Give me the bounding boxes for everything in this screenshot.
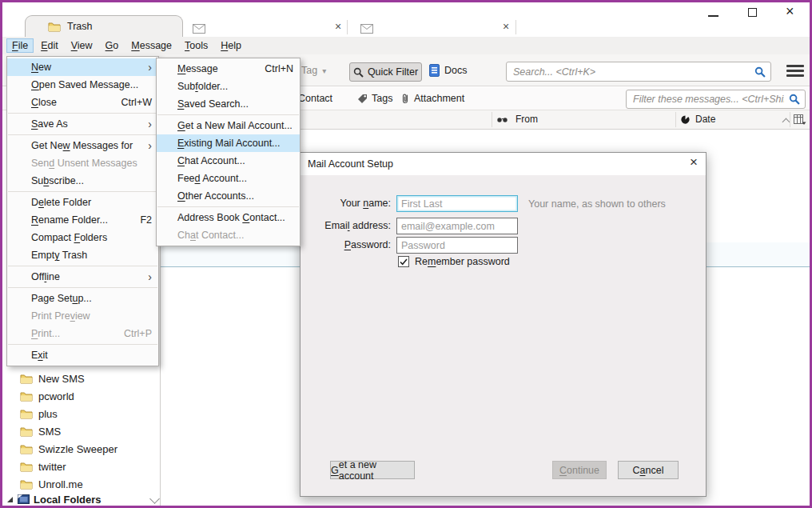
maximize-button[interactable] [748,8,757,17]
menu-item-offline[interactable]: Offline› [7,268,158,286]
menu-item-save-as[interactable]: Save As› [7,115,158,133]
menu-item-subscribe[interactable]: Subscribe... [7,172,158,190]
document-icon [429,64,440,77]
menu-item-chat-contact[interactable]: Chat Contact... [157,226,300,244]
menu-item-message[interactable]: MessageCtrl+N [157,60,300,78]
filter-contact-toggle[interactable]: Contact [298,93,332,104]
filter-attachment-toggle[interactable]: Attachment [400,93,464,104]
tab-mail-2[interactable] [193,20,205,38]
menu-item-new[interactable]: New› [7,58,158,76]
glasses-icon [496,117,510,123]
menu-item-compact-folders[interactable]: Compact Folders [7,229,158,246]
folder-row-swizzle-sweeper[interactable]: Swizzle Sweeper [2,440,154,458]
menu-item-saved-search[interactable]: Saved Search... [157,95,300,113]
menu-item-chat-account[interactable]: Chat Account... [157,152,300,170]
mail-icon [193,24,205,34]
menu-separator [8,113,157,114]
tab-close-icon[interactable]: × [335,21,341,32]
menu-message[interactable]: Message [125,38,177,53]
expander-icon[interactable] [6,496,14,503]
menu-item-exit[interactable]: Exit [7,346,158,364]
local-folders-label: Local Folders [34,494,102,506]
menu-edit[interactable]: Edit [35,38,64,53]
menu-tools[interactable]: Tools [179,38,213,53]
remember-password-checkbox[interactable]: Remember password [398,256,510,267]
search-input[interactable] [506,62,771,82]
remember-password-label: Remember password [415,256,510,267]
menu-item-print-preview[interactable]: Print Preview [7,307,158,325]
search-icon[interactable] [754,66,766,78]
paperclip-icon [400,93,410,104]
docs-button[interactable]: Docs [429,64,467,77]
folder-icon [48,22,61,32]
menu-item-open-saved-message[interactable]: Open Saved Message... [7,76,158,94]
menu-item-label: Existing Mail Account... [177,138,281,149]
menu-item-delete-folder[interactable]: Delete Folder [7,194,158,211]
menu-shortcut: Ctrl+P [109,328,152,339]
minimize-button[interactable] [708,15,718,17]
menu-item-label: Exit [31,350,48,361]
sidebar-item-local-folders[interactable]: Local Folders [2,491,102,507]
tab-close-icon[interactable]: × [503,21,509,32]
folder-label: Swizzle Sweeper [38,443,117,455]
folder-row-twitter[interactable]: twitter [2,458,154,475]
folder-label: twitter [38,461,66,473]
dialog-close-icon[interactable]: × [690,154,698,170]
menu-shortcut: Ctrl+N [250,63,293,74]
folder-row-plus[interactable]: plus [2,405,154,422]
menu-item-print[interactable]: Print...Ctrl+P [7,325,158,342]
global-search [506,62,771,82]
menu-item-empty-trash[interactable]: Empty Trash [7,246,158,264]
menu-file[interactable]: File [6,38,34,53]
folder-row-sms[interactable]: SMS [2,422,154,440]
search-icon [353,67,364,78]
menu-item-label: Get a New Mail Account... [177,120,293,131]
name-field[interactable] [396,195,518,212]
cancel-button[interactable]: Cancel [618,461,679,479]
password-field[interactable] [396,237,518,254]
folder-row-pcworld[interactable]: pcworld [2,387,154,405]
tags-label: Tags [372,93,392,104]
contact-label: Contact [298,93,332,104]
menu-item-subfolder[interactable]: Subfolder... [157,78,300,95]
folder-row-new-sms[interactable]: New SMS [2,370,154,387]
menu-item-other-accounts[interactable]: Other Accounts... [157,187,300,205]
filter-tags-toggle[interactable]: Tags [357,93,392,104]
menu-item-label: Address Book Contact... [177,212,285,223]
menu-item-label: Empty Trash [31,250,87,261]
menu-item-get-a-new-mail-account[interactable]: Get a New Mail Account... [157,117,300,134]
close-button[interactable]: × [786,2,794,22]
menu-help[interactable]: Help [215,38,247,53]
column-date[interactable]: Date [695,114,715,125]
menu-item-label: Send Unsent Messages [31,158,137,169]
menu-item-close[interactable]: CloseCtrl+W [7,94,158,111]
menu-view[interactable]: View [66,38,98,53]
column-picker-icon[interactable] [794,114,806,126]
tab-mail-3[interactable] [360,20,373,38]
menu-item-label: Save As [31,118,68,130]
tab-trash[interactable]: Trash [25,15,183,37]
menu-item-label: New [31,62,51,73]
scrollbar-down-icon[interactable] [149,494,160,504]
quick-filter-button[interactable]: Quick Filter [349,62,422,82]
menu-item-feed-account[interactable]: Feed Account... [157,170,300,187]
menu-go[interactable]: Go [100,38,125,53]
continue-button[interactable]: Continue [552,461,607,479]
menu-item-get-new-messages-for[interactable]: Get New Messages for› [7,137,158,154]
sort-ascending-icon [782,118,790,126]
get-new-account-button[interactable]: Get a new account [330,461,415,479]
menu-item-rename-folder[interactable]: Rename Folder...F2 [7,211,158,229]
app-menu-icon[interactable] [786,65,804,77]
tag-label: Tag [301,65,317,76]
menu-item-existing-mail-account[interactable]: Existing Mail Account... [157,134,300,152]
menu-item-address-book-contact[interactable]: Address Book Contact... [157,209,300,226]
email-field[interactable] [396,218,518,234]
menu-item-send-unsent-messages[interactable]: Send Unsent Messages [7,154,158,172]
folder-row-unroll-me[interactable]: Unroll.me [2,475,154,493]
column-from[interactable]: From [515,114,538,125]
menu-item-page-setup[interactable]: Page Setup... [7,290,158,307]
chevron-down-icon: ▾ [322,66,326,75]
filter-input[interactable] [626,90,806,109]
tag-dropdown[interactable]: Tag ▾ [301,65,326,76]
search-icon[interactable] [789,94,800,105]
